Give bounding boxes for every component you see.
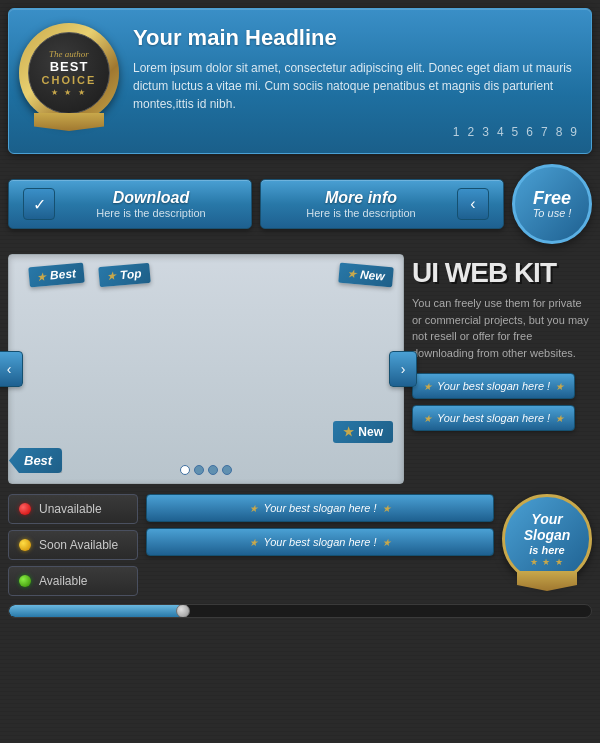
status-column: Unavailable Soon Available Available — [8, 494, 138, 596]
badge-ribbon — [34, 113, 104, 131]
dots-indicator — [180, 465, 232, 475]
red-dot-icon — [19, 503, 31, 515]
seal-stars: ★ ★ ★ — [530, 557, 564, 567]
hero-title: Your main Headline — [133, 25, 577, 51]
seal-badge: Your Slogan is here ★ ★ ★ — [502, 494, 592, 584]
download-button[interactable]: ✓ Download Here is the description — [8, 179, 252, 229]
download-desc: Here is the description — [65, 207, 237, 219]
wide-slogan-button-1[interactable]: Your best slogan here ! — [146, 494, 494, 522]
wide-slogan-button-2[interactable]: Your best slogan here ! — [146, 528, 494, 556]
progress-handle[interactable] — [176, 604, 190, 618]
download-text-group: Download Here is the description — [65, 189, 237, 219]
more-info-button[interactable]: More info Here is the description ‹ — [260, 179, 504, 229]
page-2[interactable]: 2 — [468, 125, 475, 139]
ribbon-top: Top — [98, 263, 150, 287]
new-star-badge: New — [333, 421, 393, 443]
badge-main-text: BEST — [50, 60, 89, 74]
seal-text-2: Slogan — [524, 527, 571, 544]
uikit-description: You can freely use them for private or c… — [412, 295, 592, 361]
more-info-label: More info — [275, 189, 447, 207]
slogan-column: Your best slogan here ! Your best slogan… — [146, 494, 494, 556]
gallery-section: Best Top New Best New ‹ › UI WEB KIT You… — [8, 254, 592, 484]
available-button[interactable]: Available — [8, 566, 138, 596]
page-7[interactable]: 7 — [541, 125, 548, 139]
badge-inner: The author BEST CHOICE ★ ★ ★ — [28, 32, 110, 114]
page-8[interactable]: 8 — [556, 125, 563, 139]
slogan-text-1: Your best slogan here ! — [437, 380, 550, 392]
ribbon-best-bottom: Best — [9, 448, 62, 473]
hero-section: The author BEST CHOICE ★ ★ ★ Your main H… — [8, 8, 592, 154]
seal-text-3: is here — [529, 544, 564, 557]
page-3[interactable]: 3 — [482, 125, 489, 139]
free-label: Free — [533, 189, 571, 207]
dot-1[interactable] — [180, 465, 190, 475]
slider-prev-button[interactable]: ‹ — [0, 351, 23, 387]
action-buttons-row: ✓ Download Here is the description More … — [8, 164, 592, 244]
wide-slogan-text-2: Your best slogan here ! — [263, 536, 376, 548]
soon-available-label: Soon Available — [39, 538, 118, 552]
dot-2[interactable] — [194, 465, 204, 475]
download-label: Download — [65, 189, 237, 207]
arrow-right-icon: ‹ — [457, 188, 489, 220]
slider-container: Best Top New Best New ‹ › — [8, 254, 404, 484]
free-badge: Free To use ! — [512, 164, 592, 244]
slider-next-button[interactable]: › — [389, 351, 417, 387]
yellow-dot-icon — [19, 539, 31, 551]
seal-text-1: Your — [531, 511, 562, 528]
seal-ribbon — [517, 571, 577, 591]
more-info-text-group: More info Here is the description — [275, 189, 447, 219]
hero-content: Your main Headline Lorem ipsum dolor sit… — [133, 23, 577, 139]
slogan-text-2: Your best slogan here ! — [437, 412, 550, 424]
available-label: Available — [39, 574, 87, 588]
uikit-title: UI WEB KIT — [412, 259, 592, 287]
dot-4[interactable] — [222, 465, 232, 475]
free-sub-label: To use ! — [533, 207, 572, 219]
green-dot-icon — [19, 575, 31, 587]
dot-3[interactable] — [208, 465, 218, 475]
wide-slogan-text-1: Your best slogan here ! — [263, 502, 376, 514]
uikit-panel: UI WEB KIT You can freely use them for p… — [412, 254, 592, 484]
progress-bar-container[interactable] — [8, 604, 592, 618]
page-6[interactable]: 6 — [526, 125, 533, 139]
page-9[interactable]: 9 — [570, 125, 577, 139]
gallery-panel: Best Top New Best New ‹ › — [8, 254, 404, 484]
slogan-button-1[interactable]: Your best slogan here ! — [412, 373, 575, 399]
badge-stars: ★ ★ ★ — [51, 88, 86, 97]
unavailable-button[interactable]: Unavailable — [8, 494, 138, 524]
badge-sub-text: CHOICE — [42, 74, 97, 86]
ribbon-new: New — [339, 263, 394, 288]
pagination: 1 2 3 4 5 6 7 8 9 — [133, 125, 577, 139]
progress-bar-fill — [9, 605, 184, 617]
page-1[interactable]: 1 — [453, 125, 460, 139]
ribbon-best: Best — [28, 263, 85, 288]
soon-available-button[interactable]: Soon Available — [8, 530, 138, 560]
slogan-button-2[interactable]: Your best slogan here ! — [412, 405, 575, 431]
author-badge: The author BEST CHOICE ★ ★ ★ — [19, 23, 119, 123]
page-5[interactable]: 5 — [512, 125, 519, 139]
page-4[interactable]: 4 — [497, 125, 504, 139]
hero-description: Lorem ipsum dolor sit amet, consectetur … — [133, 59, 577, 113]
more-info-desc: Here is the description — [275, 207, 447, 219]
download-icon: ✓ — [23, 188, 55, 220]
unavailable-label: Unavailable — [39, 502, 102, 516]
badge-outer: The author BEST CHOICE ★ ★ ★ — [19, 23, 119, 123]
status-row: Unavailable Soon Available Available You… — [8, 494, 592, 596]
